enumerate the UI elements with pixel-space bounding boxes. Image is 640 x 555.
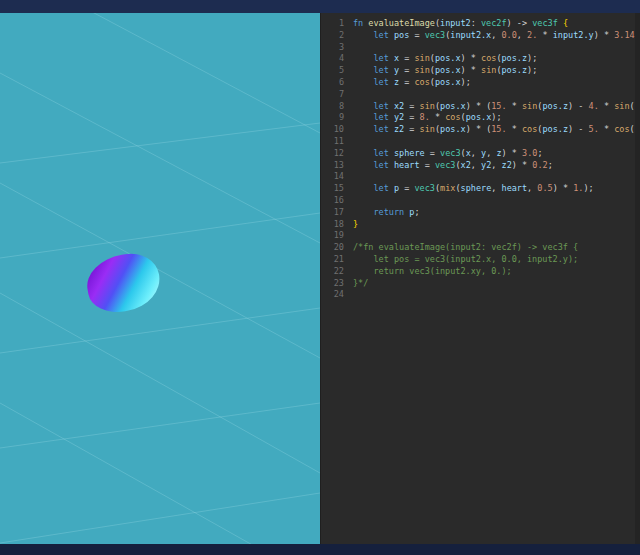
code-line[interactable]: 8 let x2 = sin(pos.x) * (15. * sin(pos.z…: [321, 101, 640, 113]
code-line[interactable]: 15 let p = vec3(mix(sphere, heart, 0.5) …: [321, 183, 640, 195]
line-number: 8: [321, 101, 353, 113]
code-text: let heart = vec3(x2, y2, z2) * 0.2;: [353, 160, 640, 172]
code-text: [353, 195, 640, 207]
line-number: 20: [321, 242, 353, 254]
line-number: 5: [321, 65, 353, 77]
line-number: 10: [321, 124, 353, 136]
line-number: 1: [321, 18, 353, 30]
code-line[interactable]: 19: [321, 230, 640, 242]
line-number: 4: [321, 53, 353, 65]
line-number: 17: [321, 207, 353, 219]
code-text: let z = cos(pos.x);: [353, 77, 640, 89]
code-text: return p;: [353, 207, 640, 219]
code-text: let z2 = sin(pos.x) * (15. * cos(pos.z) …: [353, 124, 640, 136]
code-line[interactable]: 10 let z2 = sin(pos.x) * (15. * cos(pos.…: [321, 124, 640, 136]
line-number: 23: [321, 278, 353, 290]
top-bar: [0, 0, 640, 13]
code-line[interactable]: 13 let heart = vec3(x2, y2, z2) * 0.2;: [321, 160, 640, 172]
code-line[interactable]: 5 let y = sin(pos.x) * sin(pos.z);: [321, 65, 640, 77]
code-line[interactable]: 2 let pos = vec3(input2.x, 0.0, 2. * inp…: [321, 30, 640, 42]
code-line[interactable]: 24: [321, 289, 640, 301]
line-number: 24: [321, 289, 353, 301]
code-text: [353, 171, 640, 183]
code-text: /*fn evaluateImage(input2: vec2f) -> vec…: [353, 242, 640, 254]
code-line[interactable]: 9 let y2 = 8. * cos(pos.x);: [321, 112, 640, 124]
code-text: let sphere = vec3(x, y, z) * 3.0;: [353, 148, 640, 160]
line-number: 16: [321, 195, 353, 207]
code-text: [353, 89, 640, 101]
line-number: 13: [321, 160, 353, 172]
code-text: let x = sin(pos.x) * cos(pos.z);: [353, 53, 640, 65]
bottom-bar: [0, 544, 640, 555]
code-line[interactable]: 20/*fn evaluateImage(input2: vec2f) -> v…: [321, 242, 640, 254]
line-number: 3: [321, 42, 353, 54]
line-number: 6: [321, 77, 353, 89]
code-line[interactable]: 1fn evaluateImage(input2: vec2f) -> vec3…: [321, 18, 640, 30]
code-text: let x2 = sin(pos.x) * (15. * sin(pos.z) …: [353, 101, 640, 113]
code-line[interactable]: 18}: [321, 219, 640, 231]
line-number: 2: [321, 30, 353, 42]
app-window: 1fn evaluateImage(input2: vec2f) -> vec3…: [0, 0, 640, 555]
code-line[interactable]: 6 let z = cos(pos.x);: [321, 77, 640, 89]
code-text: let y2 = 8. * cos(pos.x);: [353, 112, 640, 124]
code-line[interactable]: 7: [321, 89, 640, 101]
code-text: [353, 42, 640, 54]
code-line[interactable]: 16: [321, 195, 640, 207]
code-text: let pos = vec3(input2.x, 0.0, 2. * input…: [353, 30, 640, 42]
line-number: 9: [321, 112, 353, 124]
code-text: }*/: [353, 278, 640, 290]
3d-viewport[interactable]: [0, 13, 320, 544]
code-line[interactable]: 21 let pos = vec3(input2.x, 0.0, input2.…: [321, 254, 640, 266]
line-number: 7: [321, 89, 353, 101]
line-number: 18: [321, 219, 353, 231]
line-number: 22: [321, 266, 353, 278]
line-number: 12: [321, 148, 353, 160]
code-line[interactable]: 23}*/: [321, 278, 640, 290]
code-text: [353, 230, 640, 242]
grid-lines: [0, 13, 320, 544]
code-lines: 1fn evaluateImage(input2: vec2f) -> vec3…: [321, 18, 640, 301]
code-line[interactable]: 4 let x = sin(pos.x) * cos(pos.z);: [321, 53, 640, 65]
code-text: }: [353, 219, 640, 231]
line-number: 15: [321, 183, 353, 195]
line-number: 14: [321, 171, 353, 183]
code-text: fn evaluateImage(input2: vec2f) -> vec3f…: [353, 18, 640, 30]
line-number: 19: [321, 230, 353, 242]
code-line[interactable]: 3: [321, 42, 640, 54]
line-number: 11: [321, 136, 353, 148]
code-editor[interactable]: 1fn evaluateImage(input2: vec2f) -> vec3…: [320, 13, 640, 544]
code-text: [353, 289, 640, 301]
code-text: [353, 136, 640, 148]
code-line[interactable]: 17 return p;: [321, 207, 640, 219]
code-text: let pos = vec3(input2.x, 0.0, input2.y);: [353, 254, 640, 266]
code-line[interactable]: 22 return vec3(input2.xy, 0.);: [321, 266, 640, 278]
editor-scrollbar[interactable]: [635, 13, 640, 544]
code-text: return vec3(input2.xy, 0.);: [353, 266, 640, 278]
code-line[interactable]: 11: [321, 136, 640, 148]
code-text: let y = sin(pos.x) * sin(pos.z);: [353, 65, 640, 77]
code-line[interactable]: 14: [321, 171, 640, 183]
line-number: 21: [321, 254, 353, 266]
code-line[interactable]: 12 let sphere = vec3(x, y, z) * 3.0;: [321, 148, 640, 160]
code-text: let p = vec3(mix(sphere, heart, 0.5) * 1…: [353, 183, 640, 195]
